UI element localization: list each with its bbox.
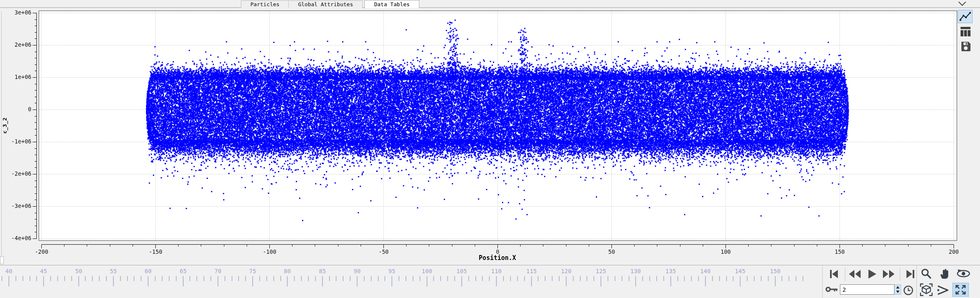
time-button[interactable] — [902, 284, 914, 296]
orbit-eye-icon — [956, 269, 971, 279]
previous-frame-button[interactable] — [848, 268, 862, 280]
timeline-ruler[interactable] — [0, 265, 822, 298]
skip-to-end-icon — [905, 269, 916, 279]
x-axis-title: Position.X — [479, 254, 516, 262]
hand-icon — [939, 268, 950, 279]
toolbar-separator — [845, 268, 845, 281]
spin-down-icon — [896, 291, 899, 293]
tab-data-tables[interactable]: Data Tables — [364, 0, 419, 8]
toolbar-separator — [900, 268, 900, 281]
spinner-arrows — [894, 284, 901, 295]
spin-up-button[interactable] — [894, 285, 901, 290]
skip-to-start-icon — [829, 269, 840, 279]
fit-view-button[interactable] — [919, 284, 934, 296]
toolbar-separator — [822, 265, 823, 298]
orbit-button[interactable] — [955, 267, 972, 280]
pan-button[interactable] — [937, 267, 951, 280]
skip-to-end-button[interactable] — [903, 268, 917, 280]
clock-icon — [903, 285, 913, 296]
chevron-down-icon[interactable] — [958, 1, 967, 7]
camera-direction-icon — [937, 285, 949, 296]
spin-down-button[interactable] — [894, 290, 901, 295]
spin-up-icon — [896, 286, 899, 288]
line-chart-icon — [959, 11, 971, 22]
scrollbar-corner — [0, 256, 4, 264]
tab-particles[interactable]: Particles — [241, 1, 288, 8]
maximize-icon — [954, 284, 967, 295]
table-view-button[interactable] — [959, 26, 972, 37]
cube-fit-icon — [920, 283, 933, 296]
magnifier-icon — [921, 268, 932, 279]
zoom-button[interactable] — [920, 267, 933, 280]
fast-forward-icon — [882, 269, 895, 279]
key-icon — [825, 286, 838, 293]
scatter-plot-canvas[interactable] — [0, 8, 980, 265]
maximize-button[interactable] — [952, 283, 969, 297]
tab-global-attributes[interactable]: Global Attributes — [288, 1, 362, 8]
next-frame-button[interactable] — [882, 268, 896, 280]
save-data-button[interactable] — [959, 41, 972, 52]
skip-to-start-button[interactable] — [827, 268, 841, 280]
play-icon — [868, 269, 877, 279]
play-button[interactable] — [865, 268, 879, 280]
tab-group: Particles Global Attributes — [241, 0, 363, 8]
tab-bar: Particles Global Attributes Data Tables — [0, 0, 980, 8]
table-icon — [961, 27, 971, 36]
frame-spinbox — [840, 284, 901, 295]
save-icon — [961, 41, 971, 52]
frame-number-input[interactable] — [840, 284, 894, 295]
y-axis-title: c_3_2 — [2, 117, 8, 134]
key-frame-icon — [825, 284, 838, 295]
line-chart-view-button[interactable] — [958, 10, 973, 23]
rewind-icon — [849, 269, 861, 279]
camera-direction-button[interactable] — [935, 284, 950, 296]
data-tables-view: { "tabs": { "items": [ { "label": "Parti… — [0, 0, 980, 298]
